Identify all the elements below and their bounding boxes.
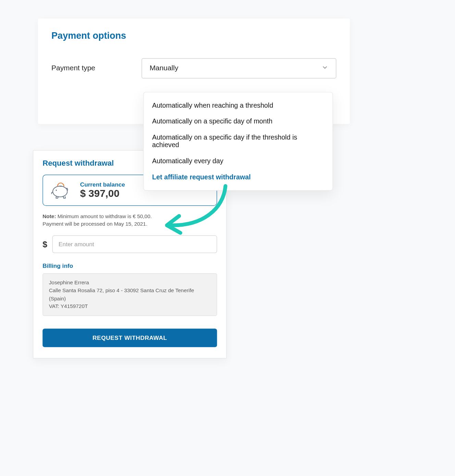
payment-type-select[interactable]: Manually bbox=[142, 58, 336, 79]
note-label: Note: bbox=[42, 213, 56, 219]
dropdown-option-day-of-month[interactable]: Automatically on a specific day of month bbox=[144, 114, 332, 130]
billing-vat: VAT: Y4159720T bbox=[49, 302, 211, 310]
dropdown-option-every-day[interactable]: Automatically every day bbox=[144, 153, 332, 169]
payment-type-dropdown: Automatically when reaching a threshold … bbox=[143, 92, 333, 191]
minimum-withdraw-note: Note: Minimum amount to withdraw is € 50… bbox=[42, 213, 217, 219]
dropdown-option-threshold[interactable]: Automatically when reaching a threshold bbox=[144, 97, 332, 114]
piggy-bank-icon bbox=[51, 181, 71, 200]
currency-symbol: $ bbox=[42, 239, 47, 249]
billing-name: Josephine Errera bbox=[49, 279, 211, 287]
chevron-down-icon bbox=[321, 64, 328, 73]
current-balance-amount: $ 397,00 bbox=[80, 188, 125, 199]
request-withdrawal-button[interactable]: REQUEST WITHDRAWAL bbox=[42, 329, 217, 347]
billing-info-box: Josephine Errera Calle Santa Rosalia 72,… bbox=[42, 273, 217, 316]
withdraw-amount-input[interactable] bbox=[52, 235, 217, 253]
svg-rect-2 bbox=[59, 186, 62, 187]
svg-point-0 bbox=[53, 186, 67, 197]
note-body: Minimum amount to withdraw is € 50,00. bbox=[56, 213, 152, 219]
payment-processed-text: Payment will be processed on May 15, 202… bbox=[42, 221, 217, 227]
payment-type-label: Payment type bbox=[51, 64, 132, 73]
balance-texts: Current balance $ 397,00 bbox=[80, 181, 125, 200]
svg-point-1 bbox=[56, 190, 57, 191]
payment-type-selected-value: Manually bbox=[150, 64, 179, 73]
payment-options-title: Payment options bbox=[51, 31, 336, 41]
amount-row: $ bbox=[42, 235, 217, 253]
payment-type-row: Payment type Manually bbox=[51, 58, 336, 79]
current-balance-label: Current balance bbox=[80, 181, 125, 188]
billing-info-title: Billing info bbox=[42, 262, 217, 269]
dropdown-option-day-if-threshold[interactable]: Automatically on a specific day if the t… bbox=[144, 130, 332, 153]
dropdown-option-affiliate-request[interactable]: Let affiliate request withdrawal bbox=[144, 169, 332, 185]
billing-address: Calle Santa Rosalia 72, piso 4 - 33092 S… bbox=[49, 287, 211, 302]
